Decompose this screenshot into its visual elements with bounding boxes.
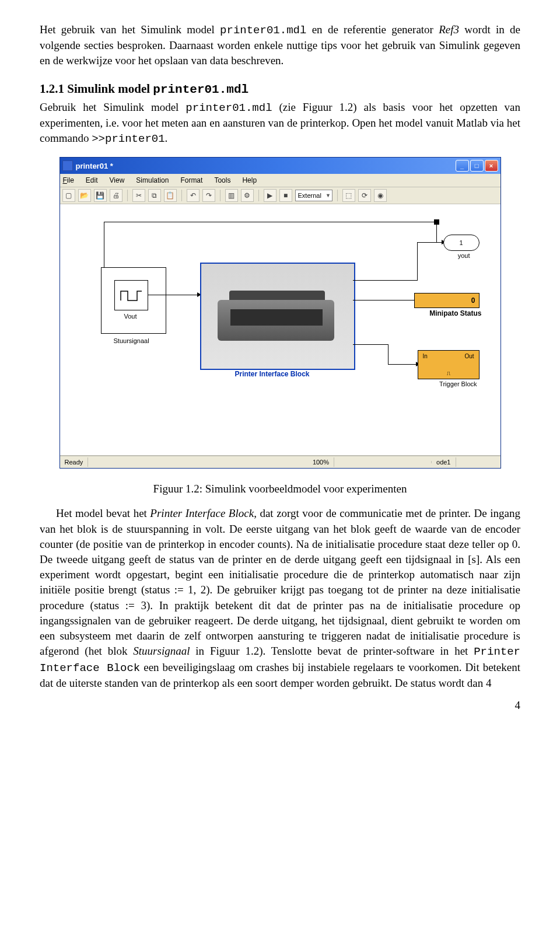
paragraph-intro: Het gebruik van het Simulink model print… [40,22,520,69]
wire [353,300,419,300]
terminator-icon [434,219,439,225]
status-spacer-cell [334,461,432,463]
text: . [165,132,168,144]
text: en de referentie generator [306,23,439,36]
redo-icon[interactable]: ↷ [202,189,215,202]
code-inline: >>printer01 [92,132,164,145]
wire [388,364,418,365]
italic-ref: Ref3 [439,23,459,36]
menu-tools[interactable]: Tools [212,175,232,186]
trigger-in-label: In [423,353,428,359]
label-stuursignaal: Stuursignaal [114,337,149,344]
wire [353,280,417,281]
code-inline: printer01.mdl [186,102,272,114]
model-canvas[interactable]: Vout Stuursignaal Printer Interface Bloc… [60,204,501,456]
wire [353,344,388,345]
simulink-window: printer01 * _ □ × File Edit View Simulat… [60,157,501,469]
minipato-number: 0 [471,296,475,305]
open-icon[interactable]: 📂 [78,189,91,202]
text: , dat zorgt voor de communicatie met de … [40,507,520,657]
target-icon[interactable]: ◉ [374,189,387,202]
new-icon[interactable]: ▢ [62,189,75,202]
status-bar: Ready 100% ode1 [60,456,501,468]
subsystem-frame [101,267,166,334]
undo-icon[interactable]: ↶ [187,189,200,202]
block-trigger[interactable]: In Out ⎍ [418,350,480,379]
cut-icon[interactable]: ✂ [132,189,145,202]
wire [417,242,444,243]
italic-stuursignaal: Stuursignaal [133,645,190,657]
maximize-button[interactable]: □ [470,160,484,172]
window-title: printer01 * [76,162,113,170]
yout-number: 1 [459,239,463,246]
simulink-icon [62,160,73,171]
menu-bar: File Edit View Simulation Format Tools H… [60,174,501,187]
menu-view[interactable]: View [108,175,127,186]
trigger-symbol-icon: ⎍ [418,370,479,376]
block-printer-interface[interactable] [200,263,355,370]
status-zoom: 100% [308,457,334,467]
print-icon[interactable]: 🖨 [110,189,123,202]
wire [104,222,436,222]
menu-format[interactable]: Format [178,175,204,186]
simulation-mode-combo[interactable]: External [295,190,332,201]
text: in Figuur 1.2). Tenslotte bevat de print… [190,645,474,657]
menu-file[interactable]: File [61,175,76,186]
text: Gebruik het Simulink model [40,101,186,113]
menu-help[interactable]: Help [240,175,258,186]
heading-number: 1.2.1 Simulink model [40,82,153,96]
window-titlebar: printer01 * _ □ × [60,158,501,174]
paragraph-model: Gebruik het Simulink model printer01.mdl… [40,100,520,147]
label-printer-interface: Printer Interface Block [235,370,310,378]
paste-icon[interactable]: 📋 [164,189,177,202]
block-minipato-status[interactable]: 0 [414,293,480,308]
wire [417,242,418,281]
debug-icon[interactable]: ⚙ [241,189,254,202]
library-icon[interactable]: ▥ [225,189,238,202]
toolbar: ▢ 📂 💾 🖨 ✂ ⧉ 📋 ↶ ↷ ▥ ⚙ ▶ ■ External ⬚ ⟳ ◉ [60,187,501,204]
stop-icon[interactable]: ■ [279,189,292,202]
menu-simulation[interactable]: Simulation [134,175,170,186]
italic-pib: Printer Interface Block [150,507,254,519]
label-trigger: Trigger Block [439,380,477,387]
build-icon[interactable]: ⬚ [342,189,355,202]
status-ready: Ready [60,457,89,467]
status-end-cell [456,461,501,463]
figure-caption: Figuur 1.2: Simulink voorbeeldmodel voor… [40,483,520,495]
page-number: 4 [40,699,520,712]
wire [104,222,104,267]
trigger-out-label: Out [464,353,474,359]
printer-image [201,264,354,369]
text: Het model bevat het [56,507,150,519]
wire [436,222,437,243]
heading-code: printer01.mdl [153,83,249,96]
text: Het gebruik van het Simulink model [40,23,220,36]
label-minipato: Minipato Status [429,309,481,317]
status-solver: ode1 [432,457,456,467]
section-heading: 1.2.1 Simulink model printer01.mdl [40,82,520,96]
paragraph-description: Het model bevat het Printer Interface Bl… [40,506,520,691]
code-inline: printer01.mdl [220,24,306,37]
label-yout: yout [458,252,470,259]
close-button[interactable]: × [485,160,498,172]
save-icon[interactable]: 💾 [94,189,107,202]
connect-icon[interactable]: ⟳ [358,189,371,202]
block-yout[interactable]: 1 [443,235,480,251]
minimize-button[interactable]: _ [456,160,469,172]
menu-edit[interactable]: Edit [84,175,100,186]
wire [388,344,388,364]
copy-icon[interactable]: ⧉ [148,189,161,202]
play-icon[interactable]: ▶ [264,189,276,202]
